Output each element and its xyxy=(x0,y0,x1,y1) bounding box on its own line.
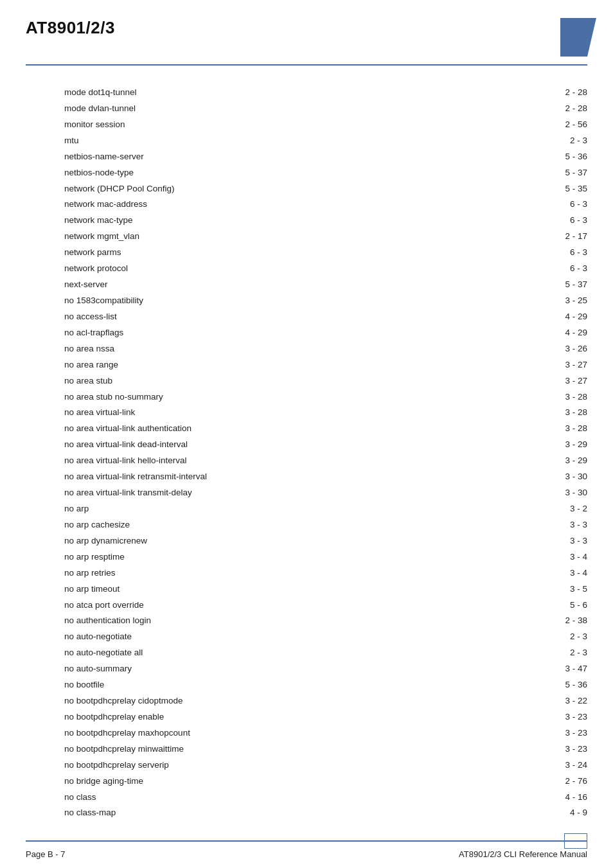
table-row: no bootfile5 - 36 xyxy=(64,677,587,693)
table-row: no arp3 - 2 xyxy=(64,501,587,517)
entry-page: 6 - 3 xyxy=(420,245,587,261)
footer: Page B - 7 AT8901/2/3 CLI Reference Manu… xyxy=(0,842,613,859)
entry-page: 3 - 4 xyxy=(420,565,587,581)
table-row: no area virtual-link retransmit-interval… xyxy=(64,469,587,485)
entry-page: 3 - 27 xyxy=(420,357,587,373)
entry-page: 5 - 35 xyxy=(420,181,587,197)
entry-page: 2 - 76 xyxy=(420,774,587,790)
entry-label: no class-map xyxy=(64,805,420,821)
entry-page: 2 - 28 xyxy=(420,101,587,117)
entry-label: no area stub no-summary xyxy=(64,389,420,405)
entry-page: 6 - 3 xyxy=(420,213,587,229)
entry-page: 3 - 23 xyxy=(420,709,587,725)
entry-label: no area nssa xyxy=(64,341,420,357)
entry-label: no auto-negotiate xyxy=(64,629,420,645)
table-row: no authentication login2 - 38 xyxy=(64,613,587,629)
entry-label: no acl-trapflags xyxy=(64,325,420,341)
entry-label: network parms xyxy=(64,245,420,261)
entry-label: no auto-summary xyxy=(64,661,420,677)
page-title: AT8901/2/3 xyxy=(26,18,115,38)
table-row: no area virtual-link3 - 28 xyxy=(64,405,587,421)
entry-label: no atca port override xyxy=(64,598,420,614)
entry-page: 6 - 3 xyxy=(420,261,587,277)
entry-label: no area stub xyxy=(64,373,420,389)
entry-page: 3 - 24 xyxy=(420,757,587,774)
table-row: mode dot1q-tunnel2 - 28 xyxy=(64,85,587,101)
entry-page: 3 - 28 xyxy=(420,405,587,421)
table-row: no auto-negotiate all2 - 3 xyxy=(64,645,587,661)
entry-page: 4 - 9 xyxy=(420,805,587,821)
table-row: no arp cachesize3 - 3 xyxy=(64,517,587,533)
entry-page: 2 - 38 xyxy=(420,613,587,629)
entry-page: 2 - 17 xyxy=(420,229,587,245)
bottom-right-decoration xyxy=(564,833,587,849)
table-row: no arp dynamicrenew3 - 3 xyxy=(64,533,587,549)
entry-page: 3 - 3 xyxy=(420,517,587,533)
table-row: no bootpdhcprelay maxhopcount3 - 23 xyxy=(64,725,587,741)
entry-label: network mac-type xyxy=(64,213,420,229)
entry-page: 3 - 23 xyxy=(420,725,587,741)
entry-label: mode dvlan-tunnel xyxy=(64,101,420,117)
header: AT8901/2/3 xyxy=(0,0,613,57)
entry-label: no arp cachesize xyxy=(64,517,420,533)
header-tab-decoration xyxy=(560,18,587,57)
entry-label: mtu xyxy=(64,133,420,149)
entry-page: 3 - 28 xyxy=(420,421,587,437)
table-row: netbios-node-type5 - 37 xyxy=(64,165,587,181)
entry-page: 2 - 56 xyxy=(420,117,587,133)
entry-label: no arp resptime xyxy=(64,549,420,565)
table-row: no bootpdhcprelay cidoptmode3 - 22 xyxy=(64,693,587,709)
entry-label: next-server xyxy=(64,277,420,293)
table-row: no area stub no-summary3 - 28 xyxy=(64,389,587,405)
entry-label: no arp dynamicrenew xyxy=(64,533,420,549)
entry-label: no area virtual-link authentication xyxy=(64,421,420,437)
entry-label: no area virtual-link xyxy=(64,405,420,421)
table-row: netbios-name-server5 - 36 xyxy=(64,149,587,165)
entry-label: no arp retries xyxy=(64,565,420,581)
entry-label: network (DHCP Pool Config) xyxy=(64,181,420,197)
table-row: no bridge aging-time2 - 76 xyxy=(64,774,587,790)
entry-page: 4 - 29 xyxy=(420,325,587,341)
entry-page: 3 - 5 xyxy=(420,581,587,598)
entry-page: 4 - 16 xyxy=(420,790,587,806)
entry-page: 3 - 4 xyxy=(420,549,587,565)
entry-page: 2 - 3 xyxy=(420,645,587,661)
entry-label: no authentication login xyxy=(64,613,420,629)
table-row: no atca port override5 - 6 xyxy=(64,598,587,614)
entry-page: 3 - 30 xyxy=(420,485,587,501)
entry-page: 5 - 37 xyxy=(420,165,587,181)
entry-page: 5 - 36 xyxy=(420,677,587,693)
entry-label: network mac-address xyxy=(64,197,420,213)
page-container: AT8901/2/3 mode dot1q-tunnel2 - 28mode d… xyxy=(0,0,613,868)
entry-label: network mgmt_vlan xyxy=(64,229,420,245)
entry-page: 2 - 3 xyxy=(420,629,587,645)
table-row: no area stub3 - 27 xyxy=(64,373,587,389)
entry-label: no area virtual-link retransmit-interval xyxy=(64,469,420,485)
entry-page: 3 - 23 xyxy=(420,741,587,757)
table-row: network (DHCP Pool Config)5 - 35 xyxy=(64,181,587,197)
entry-label: no area virtual-link dead-interval xyxy=(64,437,420,453)
entry-page: 3 - 22 xyxy=(420,693,587,709)
table-row: no area virtual-link hello-interval3 - 2… xyxy=(64,453,587,469)
entry-label: no bootpdhcprelay cidoptmode xyxy=(64,693,420,709)
table-row: no auto-negotiate2 - 3 xyxy=(64,629,587,645)
table-row: mtu2 - 3 xyxy=(64,133,587,149)
table-row: no bootpdhcprelay serverip3 - 24 xyxy=(64,757,587,774)
entry-label: no bootfile xyxy=(64,677,420,693)
entry-page: 5 - 37 xyxy=(420,277,587,293)
entry-page: 3 - 47 xyxy=(420,661,587,677)
table-row: no access-list4 - 29 xyxy=(64,309,587,325)
entry-page: 6 - 3 xyxy=(420,197,587,213)
table-row: next-server5 - 37 xyxy=(64,277,587,293)
entry-label: no bootpdhcprelay maxhopcount xyxy=(64,725,420,741)
table-row: network mac-address6 - 3 xyxy=(64,197,587,213)
table-row: no arp retries3 - 4 xyxy=(64,565,587,581)
entry-page: 2 - 28 xyxy=(420,85,587,101)
entry-page: 4 - 29 xyxy=(420,309,587,325)
entry-page: 3 - 26 xyxy=(420,341,587,357)
entry-label: no arp timeout xyxy=(64,581,420,598)
content-area: mode dot1q-tunnel2 - 28mode dvlan-tunnel… xyxy=(0,66,613,821)
entry-label: no bootpdhcprelay enable xyxy=(64,709,420,725)
table-row: no area virtual-link dead-interval3 - 29 xyxy=(64,437,587,453)
entry-page: 3 - 3 xyxy=(420,533,587,549)
